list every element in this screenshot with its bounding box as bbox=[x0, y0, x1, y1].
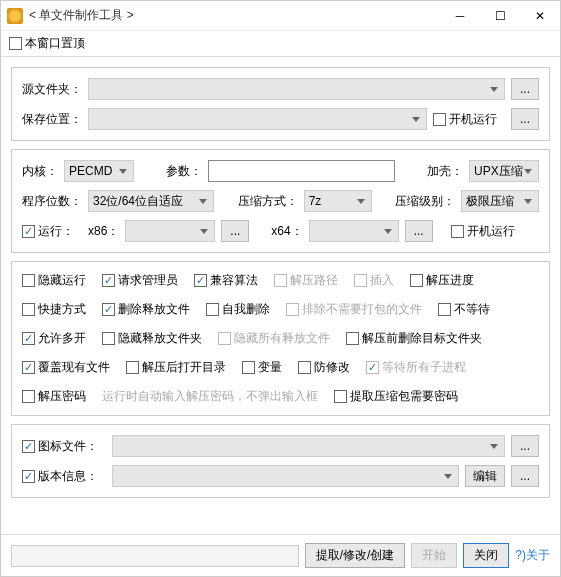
version-info-combo[interactable] bbox=[112, 465, 459, 487]
window-title: < 单文件制作工具 > bbox=[29, 7, 440, 24]
bits-label: 程序位数： bbox=[22, 193, 82, 210]
source-folder-browse[interactable]: ... bbox=[511, 78, 539, 100]
main-area: 源文件夹： ... 保存位置： 开机运行 ... 内核： PECMD 参数： bbox=[1, 57, 560, 534]
hide-run-checkbox[interactable]: 隐藏运行 bbox=[22, 272, 86, 289]
pin-checkbox[interactable]: 本窗口置顶 bbox=[9, 35, 85, 52]
core-panel: 内核： PECMD 参数： 加壳： UPX压缩 程序位数： 32位/64位自适应… bbox=[11, 149, 550, 253]
del-release-label: 删除释放文件 bbox=[118, 301, 190, 318]
run-checkbox[interactable]: 运行： bbox=[22, 223, 74, 240]
source-folder-label: 源文件夹： bbox=[22, 81, 82, 98]
no-wait-checkbox[interactable]: 不等待 bbox=[438, 301, 490, 318]
source-panel: 源文件夹： ... 保存位置： 开机运行 ... bbox=[11, 67, 550, 141]
checkbox-icon bbox=[22, 390, 35, 403]
checkbox-icon bbox=[22, 303, 35, 316]
start-button[interactable]: 开始 bbox=[411, 543, 457, 568]
x86-combo[interactable] bbox=[125, 220, 215, 242]
icon-file-combo[interactable] bbox=[112, 435, 505, 457]
level-combo[interactable]: 极限压缩 bbox=[461, 190, 539, 212]
req-admin-checkbox[interactable]: 请求管理员 bbox=[102, 272, 178, 289]
titlebar[interactable]: < 单文件制作工具 > ─ ☐ ✕ bbox=[1, 1, 560, 31]
checkbox-icon bbox=[334, 390, 347, 403]
checkbox-icon bbox=[126, 361, 139, 374]
extract-path-checkbox: 解压路径 bbox=[274, 272, 338, 289]
checkbox-icon bbox=[22, 225, 35, 238]
extract-button[interactable]: 提取/修改/创建 bbox=[305, 543, 406, 568]
level-label: 压缩级别： bbox=[395, 193, 455, 210]
minimize-button[interactable]: ─ bbox=[440, 1, 480, 31]
edit-button[interactable]: 编辑 bbox=[465, 465, 505, 487]
get-pkg-pwd-label: 提取压缩包需要密码 bbox=[350, 388, 458, 405]
close-button[interactable]: 关闭 bbox=[463, 543, 509, 568]
method-combo[interactable]: 7z bbox=[304, 190, 372, 212]
checkbox-icon bbox=[451, 225, 464, 238]
x86-label: x86： bbox=[88, 223, 119, 240]
x64-combo[interactable] bbox=[309, 220, 399, 242]
about-link[interactable]: ?)关于 bbox=[515, 547, 550, 564]
save-path-browse[interactable]: ... bbox=[511, 108, 539, 130]
hide-release-dir-checkbox[interactable]: 隐藏释放文件夹 bbox=[102, 330, 202, 347]
bits-combo[interactable]: 32位/64位自适应 bbox=[88, 190, 214, 212]
checkbox-icon bbox=[102, 332, 115, 345]
icon-panel: 图标文件： ... 版本信息： 编辑 ... bbox=[11, 424, 550, 498]
status-box bbox=[11, 545, 299, 567]
app-window: < 单文件制作工具 > ─ ☐ ✕ 本窗口置顶 源文件夹： ... 保存位置： bbox=[0, 0, 561, 577]
extract-pwd-label: 解压密码 bbox=[38, 388, 86, 405]
x64-browse[interactable]: ... bbox=[405, 220, 433, 242]
version-info-checkbox[interactable]: 版本信息： bbox=[22, 468, 98, 485]
self-del-checkbox[interactable]: 自我删除 bbox=[206, 301, 270, 318]
checkbox-icon bbox=[354, 274, 367, 287]
exclude-pack-label: 排除不需要打包的文件 bbox=[302, 301, 422, 318]
kernel-label: 内核： bbox=[22, 163, 58, 180]
kernel-combo[interactable]: PECMD bbox=[64, 160, 134, 182]
open-dir-after-label: 解压后打开目录 bbox=[142, 359, 226, 376]
open-dir-after-checkbox[interactable]: 解压后打开目录 bbox=[126, 359, 226, 376]
req-admin-label: 请求管理员 bbox=[118, 272, 178, 289]
self-del-label: 自我删除 bbox=[222, 301, 270, 318]
param-label: 参数： bbox=[166, 163, 202, 180]
compat-alg-checkbox[interactable]: 兼容算法 bbox=[194, 272, 258, 289]
checkbox-icon bbox=[102, 274, 115, 287]
extract-progress-checkbox[interactable]: 解压进度 bbox=[410, 272, 474, 289]
close-window-button[interactable]: ✕ bbox=[520, 1, 560, 31]
method-label: 压缩方式： bbox=[238, 193, 298, 210]
shortcut-checkbox[interactable]: 快捷方式 bbox=[22, 301, 86, 318]
icon-file-checkbox[interactable]: 图标文件： bbox=[22, 438, 98, 455]
overwrite-checkbox[interactable]: 覆盖现有文件 bbox=[22, 359, 110, 376]
del-target-before-label: 解压前删除目标文件夹 bbox=[362, 330, 482, 347]
version-browse[interactable]: ... bbox=[511, 465, 539, 487]
shortcut-label: 快捷方式 bbox=[38, 301, 86, 318]
checkbox-icon bbox=[218, 332, 231, 345]
checkbox-icon bbox=[206, 303, 219, 316]
autorun-checkbox-2[interactable]: 开机运行 bbox=[451, 223, 515, 240]
multi-open-checkbox[interactable]: 允许多开 bbox=[22, 330, 86, 347]
param-input[interactable] bbox=[208, 160, 395, 182]
overwrite-label: 覆盖现有文件 bbox=[38, 359, 110, 376]
checkbox-icon bbox=[410, 274, 423, 287]
extract-pwd-checkbox[interactable]: 解压密码 bbox=[22, 388, 86, 405]
variable-checkbox[interactable]: 变量 bbox=[242, 359, 282, 376]
get-pkg-pwd-checkbox[interactable]: 提取压缩包需要密码 bbox=[334, 388, 458, 405]
variable-label: 变量 bbox=[258, 359, 282, 376]
shell-label: 加壳： bbox=[427, 163, 463, 180]
options-panel: 隐藏运行请求管理员兼容算法解压路径插入解压进度快捷方式删除释放文件自我删除排除不… bbox=[11, 261, 550, 416]
save-path-combo[interactable] bbox=[88, 108, 427, 130]
source-folder-combo[interactable] bbox=[88, 78, 505, 100]
checkbox-icon bbox=[9, 37, 22, 50]
hide-all-release-checkbox: 隐藏所有释放文件 bbox=[218, 330, 330, 347]
multi-open-label: 允许多开 bbox=[38, 330, 86, 347]
insert-checkbox: 插入 bbox=[354, 272, 394, 289]
exclude-pack-checkbox: 排除不需要打包的文件 bbox=[286, 301, 422, 318]
save-path-label: 保存位置： bbox=[22, 111, 82, 128]
extract-path-label: 解压路径 bbox=[290, 272, 338, 289]
checkbox-icon bbox=[22, 440, 35, 453]
del-release-checkbox[interactable]: 删除释放文件 bbox=[102, 301, 190, 318]
checkbox-icon bbox=[22, 274, 35, 287]
del-target-before-checkbox[interactable]: 解压前删除目标文件夹 bbox=[346, 330, 482, 347]
x86-browse[interactable]: ... bbox=[221, 220, 249, 242]
checkbox-icon bbox=[274, 274, 287, 287]
shell-combo[interactable]: UPX压缩 bbox=[469, 160, 539, 182]
anti-mod-checkbox[interactable]: 防修改 bbox=[298, 359, 350, 376]
icon-file-browse[interactable]: ... bbox=[511, 435, 539, 457]
maximize-button[interactable]: ☐ bbox=[480, 1, 520, 31]
autorun-checkbox-1[interactable]: 开机运行 bbox=[433, 111, 497, 128]
